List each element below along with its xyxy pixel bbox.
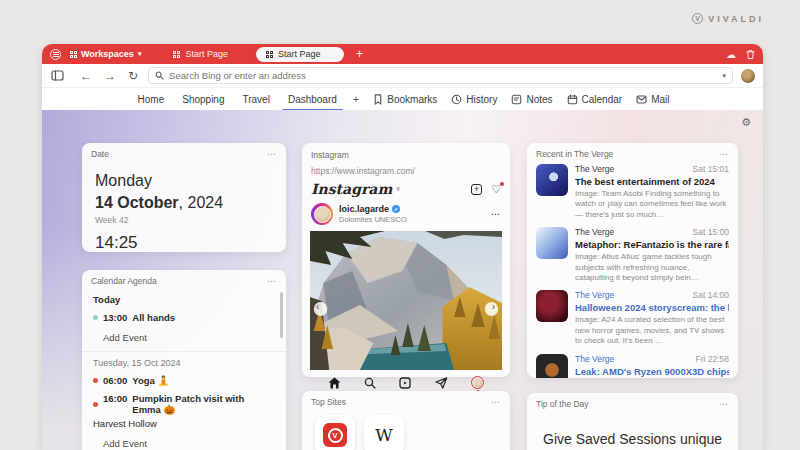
add-event-button[interactable]: Add Event — [103, 332, 275, 343]
vivaldi-logo-icon: V — [692, 13, 703, 24]
post-author-avatar[interactable] — [311, 203, 333, 225]
panel-toggle-icon[interactable] — [51, 70, 64, 81]
profile-story-icon[interactable] — [471, 376, 484, 389]
nav-link-shopping[interactable]: Shopping — [180, 91, 226, 108]
dashboard-settings-gear-icon[interactable]: ⚙ — [741, 116, 751, 129]
forward-icon[interactable]: → — [104, 70, 116, 82]
address-bar[interactable]: ▾ — [148, 67, 733, 84]
instagram-logo[interactable]: Instagram — [311, 181, 392, 197]
article-time: Sat 15:01 — [693, 164, 729, 174]
carousel-prev-icon[interactable]: ‹ — [316, 301, 319, 312]
date-value: 14 October — [95, 194, 179, 211]
mail-icon — [636, 95, 647, 104]
post-more-menu-icon[interactable]: ⋯ — [491, 209, 501, 219]
reload-icon[interactable]: ↻ — [128, 70, 138, 82]
article-title: Halloween 2024 storyscream: the best spo… — [575, 302, 729, 313]
address-dropdown-icon[interactable]: ▾ — [722, 72, 726, 80]
more-menu-icon[interactable]: ⋯ — [267, 149, 277, 159]
back-icon[interactable]: ← — [80, 70, 92, 82]
bookmark-icon — [373, 94, 383, 105]
article-source: The Verge — [575, 227, 614, 237]
more-menu-icon[interactable]: ⋯ — [267, 276, 277, 286]
agenda-scrollbar[interactable] — [280, 292, 283, 338]
carousel-next-icon[interactable]: › — [492, 301, 495, 312]
chevron-down-icon[interactable]: ▿ — [396, 185, 400, 193]
sync-cloud-icon[interactable]: ☁ — [726, 49, 736, 60]
nav-link-dashboard[interactable]: Dashboard — [286, 91, 339, 108]
tip-text: Give Saved Sessions unique — [527, 431, 738, 447]
article-description: Image: Team Asobi Finding something to w… — [575, 189, 729, 220]
tab-start-page-inactive[interactable]: Start Page — [163, 47, 238, 62]
nav-notes[interactable]: Notes — [511, 94, 552, 105]
instagram-url[interactable]: https://www.instagram.com/ — [302, 160, 510, 176]
workspaces-label: Workspaces — [81, 49, 134, 59]
activity-heart-icon[interactable]: ♡ — [491, 183, 501, 196]
nav-add-button[interactable]: + — [353, 93, 359, 105]
more-menu-icon[interactable]: ⋯ — [719, 399, 729, 409]
article-time: Fri 22:58 — [695, 354, 729, 364]
add-event-button[interactable]: Add Event — [103, 438, 275, 449]
top-site-vivaldi[interactable]: V — [315, 415, 355, 450]
tab-label: Start Page — [185, 49, 228, 59]
notes-icon — [511, 94, 522, 105]
feed-item[interactable]: The VergeSat 14:00 Halloween 2024 storys… — [527, 285, 738, 348]
article-description: Image: A24 A curated selection of the be… — [575, 315, 729, 346]
tab-start-page-active[interactable]: Start Page — [256, 47, 344, 62]
feed-item[interactable]: The VergeFri 22:58 Leak: AMD's Ryzen 900… — [527, 349, 738, 378]
event-time: 16:00 — [103, 393, 127, 404]
article-thumbnail — [536, 227, 568, 259]
dashboard: ⚙ Date ⋯ Monday 14 October, 2024 Week 42… — [42, 110, 763, 450]
nav-history[interactable]: History — [451, 94, 497, 105]
vivaldi-menu-icon[interactable] — [50, 49, 61, 60]
agenda-event[interactable]: 13:00 All hands — [93, 312, 275, 323]
article-title: The best entertainment of 2024 — [575, 176, 729, 187]
tip-of-the-day-widget: Tip of the Day ⋯ Give Saved Sessions uni… — [527, 393, 738, 450]
top-site-wikipedia[interactable]: W — [364, 415, 404, 450]
article-title: Leak: AMD's Ryzen 9000X3D chips aren't l… — [575, 366, 729, 377]
nav-bookmarks[interactable]: Bookmarks — [373, 94, 437, 105]
share-plane-icon[interactable] — [435, 377, 448, 389]
more-menu-icon[interactable]: ⋯ — [719, 149, 729, 159]
more-menu-icon[interactable]: ⋯ — [491, 397, 501, 407]
agenda-event[interactable]: 16:00 Pumpkin Patch visit with Emma 🎃 — [93, 393, 275, 415]
tab-label: Start Page — [278, 49, 321, 59]
nav-link-home[interactable]: Home — [136, 91, 167, 108]
date-widget: Date ⋯ Monday 14 October, 2024 Week 42 1… — [82, 143, 286, 252]
article-source: The Verge — [575, 290, 614, 300]
nav-calendar[interactable]: Calendar — [567, 94, 623, 105]
new-tab-button[interactable]: + — [356, 47, 363, 61]
event-time: 06:00 — [103, 375, 127, 386]
reels-icon[interactable] — [399, 377, 411, 389]
bookmarks-bar: Home Shopping Travel Dashboard + Bookmar… — [42, 88, 763, 110]
nav-link-travel[interactable]: Travel — [240, 91, 271, 108]
date-week-number: Week 42 — [95, 215, 286, 225]
event-color-dot — [93, 315, 98, 320]
event-name: Pumpkin Patch visit with Emma 🎃 — [132, 393, 275, 415]
workspaces-button[interactable]: Workspaces ▾ — [70, 49, 141, 59]
new-post-icon[interactable]: + — [471, 184, 482, 195]
feed-item[interactable]: The VergeSat 15:00 Metaphor: ReFantazio … — [527, 222, 738, 285]
article-thumbnail — [536, 290, 568, 322]
search-icon — [155, 71, 164, 80]
widget-title: Top Sites — [311, 397, 346, 407]
address-input[interactable] — [169, 70, 717, 81]
vivaldi-wordmark: V VIVALDI — [692, 13, 764, 24]
trash-icon[interactable] — [746, 49, 755, 60]
vivaldi-site-icon: V — [323, 423, 347, 447]
widget-title: Recent in The Verge — [536, 149, 613, 159]
article-title: Metaphor: ReFantazio is the rare fantasy… — [575, 239, 729, 250]
search-icon[interactable] — [364, 377, 376, 389]
post-author-username[interactable]: loic.lagarde ✓ — [339, 204, 407, 214]
main-toolbar: ← → ↻ ▾ — [42, 64, 763, 88]
agenda-day-header: Today — [93, 294, 275, 305]
article-thumbnail — [536, 354, 568, 378]
article-source: The Verge — [575, 354, 614, 364]
feed-item[interactable]: The VergeSat 15:01 The best entertainmen… — [527, 159, 738, 222]
home-icon[interactable] — [328, 377, 341, 389]
article-time: Sat 14:00 — [693, 290, 729, 300]
profile-avatar[interactable] — [741, 69, 755, 83]
nav-mail[interactable]: Mail — [636, 94, 669, 105]
agenda-event[interactable]: 06:00 Yoga 🧘 — [93, 375, 275, 386]
event-location: Harvest Hollow — [93, 418, 275, 429]
instagram-bottom-nav — [302, 370, 510, 389]
